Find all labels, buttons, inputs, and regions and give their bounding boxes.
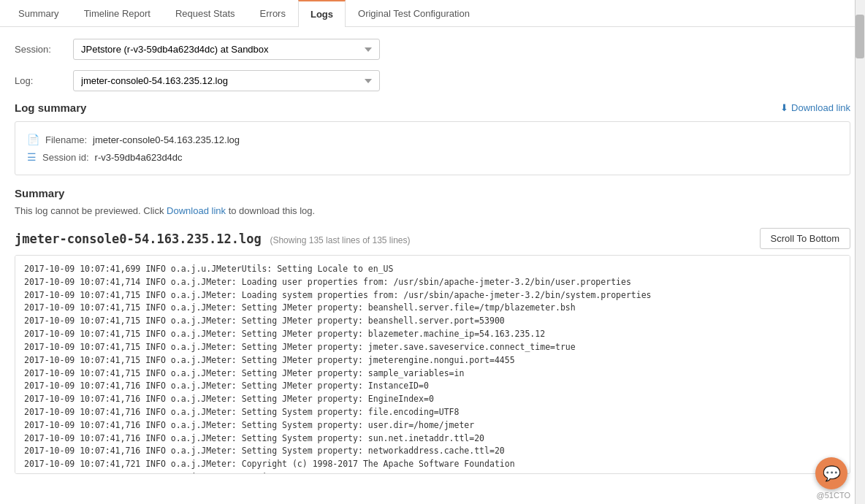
log-line: 2017-10-09 10:07:41,716 INFO o.a.j.JMete… [24, 380, 841, 393]
session-id-value: r-v3-59db4a623d4dc [95, 152, 183, 163]
scrollbar[interactable] [855, 0, 865, 486]
log-lines-info: (Showing 135 last lines of 135 lines) [270, 235, 410, 245]
session-id-key: Session id: [42, 152, 89, 163]
log-label: Log: [15, 75, 73, 86]
session-select[interactable]: JPetstore (r-v3-59db4a623d4dc) at Sandbo… [73, 39, 380, 60]
preview-before: This log cannot be previewed. Click [15, 205, 167, 216]
summary-heading: Summary [15, 187, 850, 199]
log-summary-title: Log summary [15, 102, 86, 114]
chat-button[interactable]: 💬 [815, 457, 847, 486]
log-line: 2017-10-09 10:07:41,715 INFO o.a.j.JMete… [24, 367, 841, 381]
tabs-bar: SummaryTimeline ReportRequest StatsError… [0, 0, 865, 27]
log-line: 2017-10-09 10:07:41,715 INFO o.a.j.JMete… [24, 289, 841, 302]
filename-key: Filename: [45, 134, 87, 145]
log-viewer-title-group: jmeter-console0-54.163.235.12.log (Showi… [15, 232, 411, 246]
download-icon: ⬇ [780, 102, 788, 113]
log-line: 2017-10-09 10:07:41,716 INFO o.a.j.JMete… [24, 445, 841, 458]
filename-value: jmeter-console0-54.163.235.12.log [93, 134, 240, 145]
info-box: 📄 Filename: jmeter-console0-54.163.235.1… [15, 121, 850, 175]
preview-after: to download this log. [226, 205, 315, 216]
log-content[interactable]: 2017-10-09 10:07:41,699 INFO o.a.j.u.JMe… [15, 255, 850, 474]
log-line: 2017-10-09 10:07:41,714 INFO o.a.j.JMete… [24, 276, 841, 289]
session-icon: ☰ [27, 151, 37, 163]
tab-requests[interactable]: Request Stats [163, 0, 248, 27]
log-line: 2017-10-09 10:07:41,716 INFO o.a.j.JMete… [24, 393, 841, 406]
log-line: 2017-10-09 10:07:41,715 INFO o.a.j.JMete… [24, 315, 841, 328]
log-line: 2017-10-09 10:07:41,716 INFO o.a.j.JMete… [24, 406, 841, 419]
filename-row: 📄 Filename: jmeter-console0-54.163.235.1… [27, 131, 838, 148]
log-summary-header: Log summary ⬇Download link [15, 102, 850, 114]
tab-summary[interactable]: Summary [6, 0, 72, 27]
scroll-to-bottom-button[interactable]: Scroll To Bottom [760, 228, 850, 249]
log-viewer: jmeter-console0-54.163.235.12.log (Showi… [15, 228, 850, 474]
download-link-inline[interactable]: Download link [167, 205, 226, 216]
summary-section: Summary This log cannot be previewed. Cl… [15, 187, 850, 216]
chat-icon: 💬 [823, 465, 841, 482]
log-line: 2017-10-09 10:07:41,699 INFO o.a.j.u.JMe… [24, 263, 841, 276]
log-line: 2017-10-09 10:07:41,715 INFO o.a.j.JMete… [24, 354, 841, 367]
tab-logs[interactable]: Logs [298, 0, 346, 27]
session-label: Session: [15, 44, 73, 55]
tab-timeline[interactable]: Timeline Report [72, 0, 163, 27]
log-line: 2017-10-09 10:07:41,715 INFO o.a.j.JMete… [24, 328, 841, 341]
log-row: Log: jmeter-console0-54.163.235.12.log [15, 70, 850, 91]
log-viewer-header: jmeter-console0-54.163.235.12.log (Showi… [15, 228, 850, 249]
log-line: 2017-10-09 10:07:41,715 INFO o.a.j.JMete… [24, 302, 841, 315]
file-icon: 📄 [27, 134, 39, 145]
session-id-row: ☰ Session id: r-v3-59db4a623d4dc [27, 148, 838, 166]
download-link-top[interactable]: ⬇Download link [780, 102, 850, 113]
tab-errors[interactable]: Errors [248, 0, 298, 27]
log-select[interactable]: jmeter-console0-54.163.235.12.log [73, 70, 380, 91]
session-row: Session: JPetstore (r-v3-59db4a623d4dc) … [15, 39, 850, 60]
log-line: 2017-10-09 10:07:41,721 INFO o.a.j.JMete… [24, 471, 841, 474]
log-line: 2017-10-09 10:07:41,716 INFO o.a.j.JMete… [24, 432, 841, 446]
log-line: 2017-10-09 10:07:41,715 INFO o.a.j.JMete… [24, 341, 841, 354]
main-content: Session: JPetstore (r-v3-59db4a623d4dc) … [0, 27, 865, 486]
log-line: 2017-10-09 10:07:41,716 INFO o.a.j.JMete… [24, 419, 841, 432]
log-viewer-filename: jmeter-console0-54.163.235.12.log [15, 232, 262, 246]
tab-original[interactable]: Original Test Configuration [346, 0, 482, 27]
scrollbar-thumb[interactable] [856, 15, 864, 58]
preview-text: This log cannot be previewed. Click Down… [15, 205, 850, 216]
log-line: 2017-10-09 10:07:41,721 INFO o.a.j.JMete… [24, 458, 841, 471]
